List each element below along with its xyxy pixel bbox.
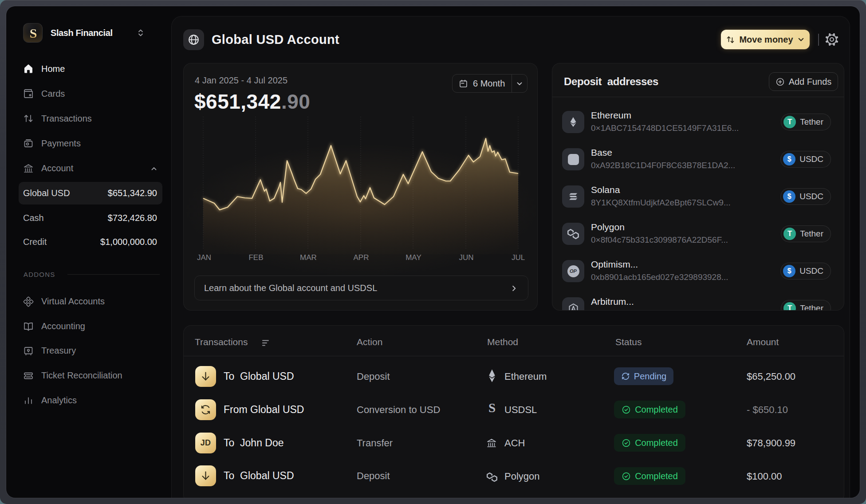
svg-text:JAN: JAN: [197, 253, 211, 262]
svg-text:JUL: JUL: [512, 253, 525, 262]
svg-text:JUN: JUN: [459, 253, 473, 262]
svg-text:APR: APR: [354, 253, 369, 262]
svg-text:MAY: MAY: [405, 253, 421, 262]
svg-text:MAR: MAR: [300, 253, 317, 262]
svg-text:FEB: FEB: [248, 253, 263, 262]
